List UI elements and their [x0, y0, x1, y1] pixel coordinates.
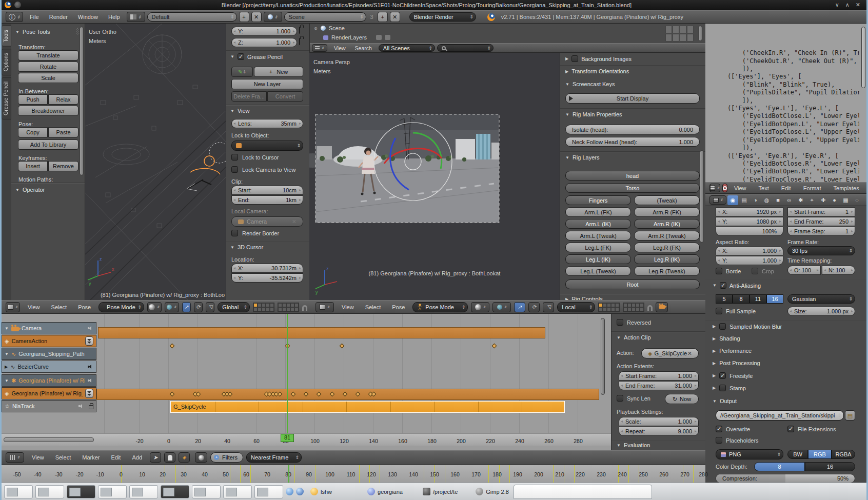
current-frame-line[interactable] [287, 314, 288, 446]
action-field[interactable]: ◈G_SkipCycle✕ [641, 348, 699, 358]
tab-scene[interactable]: ◑ [750, 195, 761, 205]
aspect-y-field[interactable]: Y:1.000 [716, 256, 783, 265]
view3d-menu[interactable]: Select [47, 304, 72, 310]
background-images-checkbox[interactable] [571, 55, 578, 62]
layers-widget[interactable] [253, 303, 274, 312]
outliner-row-scene[interactable]: ⊙Scene [314, 25, 345, 31]
outliner-menu[interactable]: View [329, 45, 350, 51]
toolshelf-tab[interactable]: Tools [2, 26, 11, 47]
lock-to-cursor-toggle[interactable]: Lock to Cursor [231, 154, 279, 161]
taskbar-window-button[interactable] [254, 485, 283, 498]
outliner-search-field[interactable] [437, 44, 494, 52]
scene-icon-button[interactable]: ⇕ [264, 12, 282, 22]
bw-button[interactable]: BW [787, 450, 808, 459]
action-clip-panel-header[interactable]: Action Clip [617, 334, 651, 341]
expand-icon[interactable]: ▼ [5, 352, 9, 356]
neck-follow-slider[interactable]: Neck Follow Head (head):1.000 [565, 137, 700, 147]
remove-keyframe-button[interactable]: Remove [48, 161, 78, 171]
mute-speaker-icon[interactable] [88, 326, 93, 331]
aa-size-field[interactable]: Size:1.000 px [787, 307, 855, 316]
breakdowner-button[interactable]: Breakdowner [18, 106, 78, 116]
screencast-keys-panel-header[interactable]: Screencast Keys [565, 81, 615, 87]
relax-button[interactable]: Relax [48, 94, 78, 105]
grease-pencil-checkbox[interactable] [238, 53, 244, 60]
remap-new-field[interactable]: N: 100 [822, 266, 855, 275]
taskbar-item-gimp[interactable]: Gimp 2.8 [476, 488, 509, 495]
render-opengl-button[interactable] [656, 302, 668, 312]
start-display-button[interactable]: Start Display [565, 93, 700, 104]
scale-z-field[interactable]: Z:1.000 [231, 38, 297, 47]
menubar-menu[interactable]: File [25, 14, 44, 20]
end-frame-field[interactable]: End Frame:250 [787, 217, 855, 226]
viewport-shading-button[interactable]: ⇕ [147, 302, 162, 312]
scene-delete-button[interactable]: ✕ [390, 12, 400, 22]
filters-button[interactable]: +Filters [210, 452, 243, 463]
rig-controls-panel-header[interactable]: Rig Controls [565, 296, 603, 300]
timeline-menu[interactable]: Marker [77, 454, 104, 461]
select-toggle[interactable] [673, 26, 679, 33]
taskbar-active-window[interactable] [514, 485, 652, 499]
renderlayer-toggle-icon[interactable] [376, 35, 382, 40]
camera-canvas[interactable]: zy [309, 53, 560, 300]
properties-panel-header[interactable]: Post Processing [713, 360, 859, 366]
lock-camera-toggle[interactable]: Lock Camera to View [231, 166, 295, 173]
timeline-menu[interactable]: View [27, 454, 49, 461]
mute-speaker-icon[interactable] [88, 364, 93, 369]
rig-layer-button[interactable]: Leg.R (IK) [634, 254, 700, 264]
render-toggle[interactable] [680, 34, 686, 42]
panel-checkbox[interactable] [719, 385, 726, 391]
snap-magnet-icon[interactable] [302, 305, 307, 311]
tab-world[interactable]: ◍ [761, 195, 772, 205]
rig-layers-panel-header[interactable]: Rig Layers [565, 154, 600, 161]
view3d-menu[interactable]: Select [361, 304, 386, 310]
channel-armature-action[interactable]: ◈Georgiana (Pinafore) w/ Rig_p [2, 387, 96, 399]
properties-panel-header[interactable]: Sampled Motion Blur [713, 323, 859, 330]
tab-bone-constraints[interactable]: ✚ [818, 195, 828, 205]
grease-pencil-new-button[interactable]: +New [254, 67, 303, 77]
toolshelf-tab[interactable]: Options [2, 49, 11, 75]
view-panel-header[interactable]: View [230, 108, 250, 114]
properties-panel-header[interactable]: Shading [713, 335, 859, 342]
output-browse-button[interactable]: ▤ [845, 410, 855, 421]
channel-nlatrack[interactable]: ☆NlaTrack [2, 400, 96, 412]
layout-add-button[interactable]: + [239, 12, 249, 22]
properties-editor-type-button[interactable]: ⇕ [709, 195, 726, 205]
outliner-scrollbar[interactable] [698, 26, 702, 41]
nla-ruler[interactable]: -200204060801001201401601802002202402602… [2, 433, 611, 446]
taskbar-item-project[interactable]: /project/te [423, 488, 458, 495]
transform-orientations-panel-header[interactable]: Transform Orientations [565, 68, 629, 74]
delete-frame-button[interactable]: Delete Fra... [231, 91, 267, 102]
info-editor-button[interactable]: i⇕ [6, 12, 23, 22]
eye-toggle[interactable] [665, 34, 672, 42]
render-border-toggle[interactable]: Render Border [231, 230, 279, 236]
snap-magnet-icon[interactable] [647, 305, 653, 311]
mode-selector[interactable]: Pose Mode [98, 302, 144, 312]
taskbar-window-button[interactable] [67, 485, 95, 498]
properties-panel-header[interactable]: Performance [713, 348, 859, 354]
viewport-shading-button[interactable]: ⇕ [471, 302, 489, 312]
channel-skipping-path[interactable]: ▼∿Georgiana_Skipping_Path [2, 348, 96, 360]
placeholders-toggle[interactable]: Placeholders [716, 437, 759, 444]
panel-checkbox[interactable] [719, 323, 726, 330]
aa-sample-button[interactable]: 11 [749, 294, 766, 304]
keying-set-button[interactable]: ◈ [179, 452, 190, 463]
lock-to-object-field[interactable] [231, 141, 303, 151]
rig-layer-button[interactable]: Arm.L (Tweak) [565, 231, 631, 241]
lock-scale-y-button[interactable] [299, 27, 300, 33]
border-toggle[interactable]: Borde [716, 268, 741, 274]
cursor-panel-header[interactable]: 3D Cursor [230, 244, 263, 250]
menubar-menu[interactable]: Window [73, 14, 103, 20]
manipulator-rotate-button[interactable]: ⟳ [194, 302, 203, 312]
timeline-menu[interactable]: Edit [106, 454, 125, 461]
viewport-3d-left[interactable]: zxy User Ortho Meters (81) Georgiana (Pi… [85, 24, 226, 300]
background-images-panel-header[interactable]: Background Images [565, 55, 632, 62]
taskbar-item-lshw[interactable]: lshw [310, 488, 332, 495]
resolution-percent-slider[interactable]: 100% [716, 227, 783, 236]
rig-layer-button[interactable]: head [565, 171, 700, 181]
manipulator-scale-button[interactable]: ◹ [543, 302, 554, 312]
lock-scale-z-button[interactable] [299, 38, 300, 45]
pose-transform-button[interactable]: Translate [18, 50, 78, 61]
outliner-editor-button[interactable]: ⇕ [312, 44, 327, 52]
nla-hscrollbar[interactable] [4, 437, 94, 442]
rig-layer-button[interactable]: Arm.L (FK) [565, 207, 631, 217]
